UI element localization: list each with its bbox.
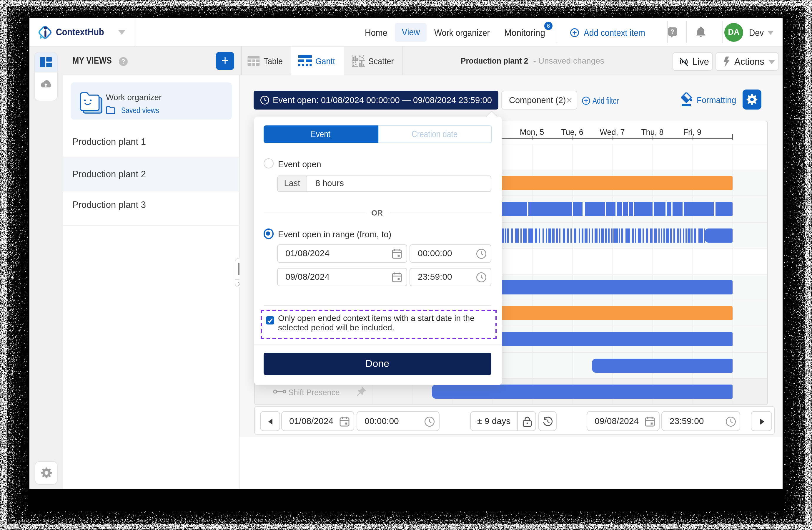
svg-text:?: ? (670, 28, 674, 35)
